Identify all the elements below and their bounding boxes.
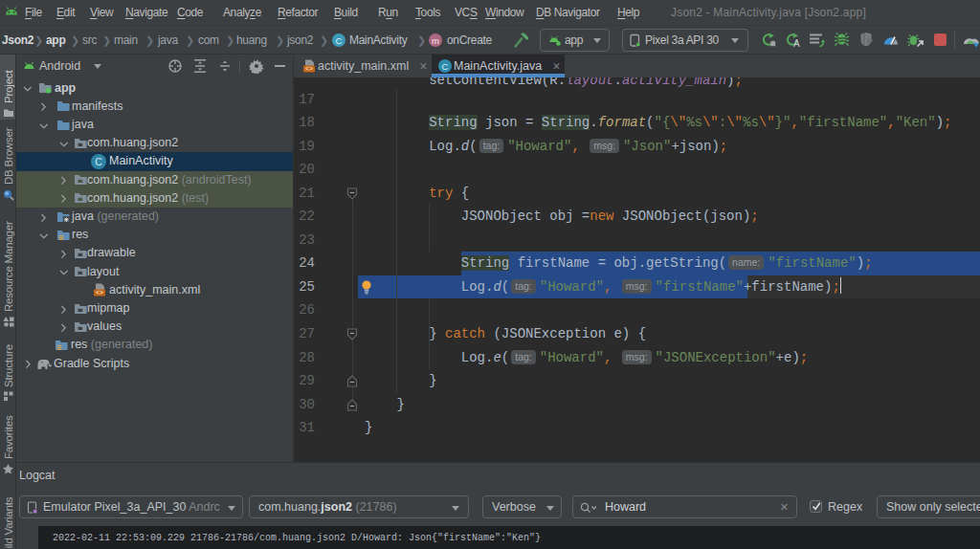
svg-text:C: C bbox=[336, 35, 343, 46]
svg-text:C: C bbox=[95, 156, 102, 167]
svg-text:<>: <> bbox=[305, 66, 313, 73]
svg-text:A: A bbox=[793, 38, 800, 48]
svg-text:m: m bbox=[432, 35, 439, 46]
svg-text:<>: <> bbox=[96, 290, 103, 296]
svg-text:C: C bbox=[442, 61, 449, 72]
